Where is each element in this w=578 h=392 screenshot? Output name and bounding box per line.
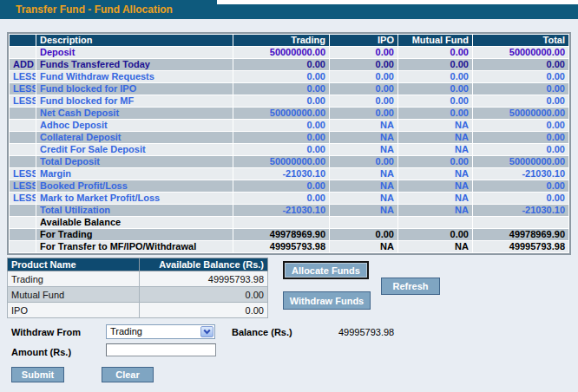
cell-trading: 50000000.00 xyxy=(233,47,329,58)
row-description: Funds Transfered Today xyxy=(36,59,233,70)
product-row: Trading49995793.98 xyxy=(8,271,268,287)
cell-ipo: NA xyxy=(330,205,397,216)
row-description: Available Balance xyxy=(36,217,233,228)
amount-input[interactable] xyxy=(106,343,216,356)
table-row: LESSMark to Market Profit/Loss0.00NANA0.… xyxy=(10,193,568,204)
cell-mutual-fund: 0.00 xyxy=(398,229,472,240)
product-balance: 0.00 xyxy=(140,303,268,318)
table-row: For Trading49978969.900.000.0049978969.9… xyxy=(10,229,568,240)
withdraw-from-selected-value: Trading xyxy=(110,326,142,336)
table-row: For Transfer to MF/IPO/Withdrawal4999579… xyxy=(10,241,568,252)
cell-total: 0.00 xyxy=(473,132,568,143)
cell-total: 50000000.00 xyxy=(473,47,568,58)
cell-mutual-fund: NA xyxy=(398,205,472,216)
row-description: Total Deposit xyxy=(36,156,233,167)
product-row: Mutual Fund0.00 xyxy=(8,287,268,303)
row-description: Margin xyxy=(36,168,233,180)
product-balance: 49995793.98 xyxy=(140,271,268,287)
col-header-available-balance: Available Balance (Rs.) xyxy=(140,258,268,271)
row-description: Adhoc Deposit xyxy=(36,120,233,131)
allocate-funds-button[interactable]: Allocate Funds xyxy=(283,261,369,279)
row-description: For Trading xyxy=(36,229,233,240)
table-row: Collateral Deposit0.00NANA0.00 xyxy=(10,132,568,143)
cell-mutual-fund: 0.00 xyxy=(398,47,472,58)
header-notch xyxy=(217,0,578,4)
cell-ipo: 0.00 xyxy=(330,108,397,119)
col-header-ipo: IPO xyxy=(330,35,397,46)
row-description: Deposit xyxy=(36,47,233,58)
product-row: IPO0.00 xyxy=(8,303,268,318)
cell-total: 49978969.90 xyxy=(473,229,568,240)
cell-mutual-fund: 0.00 xyxy=(398,156,472,167)
cell-trading: 0.00 xyxy=(233,132,329,143)
title-bar: Transfer Fund - Fund Allocation xyxy=(0,0,578,19)
withdraw-from-select[interactable]: Trading xyxy=(106,324,215,339)
row-prefix xyxy=(10,229,36,240)
cell-ipo: 0.00 xyxy=(330,229,397,240)
table-row: Credit For Sale Deposit0.00NANA0.00 xyxy=(10,144,568,155)
cell-mutual-fund: NA xyxy=(398,132,472,143)
cell-total: 0.00 xyxy=(473,144,568,155)
fund-allocation-table: Description Trading IPO Mutual Fund Tota… xyxy=(7,32,571,255)
cell-ipo xyxy=(330,217,397,228)
cell-trading: 0.00 xyxy=(233,83,329,95)
cell-mutual-fund: NA xyxy=(398,120,472,131)
cell-total: -21030.10 xyxy=(473,168,568,180)
cell-mutual-fund: NA xyxy=(398,193,472,204)
submit-button[interactable]: Submit xyxy=(11,367,64,382)
row-prefix xyxy=(10,156,36,167)
row-description: Total Utilization xyxy=(36,205,233,216)
product-name: IPO xyxy=(8,303,140,318)
table-row: ADDFunds Transfered Today0.000.000.000.0… xyxy=(10,59,568,70)
cell-total: 0.00 xyxy=(473,83,568,95)
refresh-button[interactable]: Refresh xyxy=(381,278,440,295)
row-prefix xyxy=(10,205,36,216)
row-description: Net Cash Deposit xyxy=(36,108,233,119)
cell-ipo: NA xyxy=(330,144,397,155)
withdraw-funds-button[interactable]: Withdraw Funds xyxy=(283,291,371,310)
cell-total: 0.00 xyxy=(473,180,568,192)
row-prefix xyxy=(10,120,36,131)
cell-mutual-fund: 0.00 xyxy=(398,83,472,95)
row-prefix: ADD xyxy=(10,59,36,70)
table-row: LESSFund Withdraw Requests0.000.000.000.… xyxy=(10,71,568,82)
cell-trading: 50000000.00 xyxy=(233,108,329,119)
row-prefix xyxy=(10,241,36,252)
clear-button[interactable]: Clear xyxy=(102,367,154,382)
row-prefix: LESS xyxy=(10,83,36,95)
col-header-trading: Trading xyxy=(233,35,329,46)
cell-total xyxy=(473,217,568,228)
col-header-mutual-fund: Mutual Fund xyxy=(398,35,472,46)
cell-total: 0.00 xyxy=(473,59,568,70)
cell-trading: 50000000.00 xyxy=(233,156,329,167)
cell-total: 0.00 xyxy=(473,120,568,131)
cell-ipo: NA xyxy=(330,180,397,192)
cell-total: 49995793.98 xyxy=(473,241,568,252)
page-title: Transfer Fund - Fund Allocation xyxy=(16,3,173,16)
product-name: Mutual Fund xyxy=(8,287,140,303)
cell-ipo: NA xyxy=(330,193,397,204)
row-prefix: LESS xyxy=(10,180,36,192)
row-description: Fund Withdraw Requests xyxy=(36,71,233,82)
cell-mutual-fund: 0.00 xyxy=(398,108,472,119)
cell-ipo: 0.00 xyxy=(330,59,397,70)
cell-mutual-fund: NA xyxy=(398,180,472,192)
row-prefix xyxy=(10,47,36,58)
cell-ipo: 0.00 xyxy=(330,95,397,107)
cell-ipo: NA xyxy=(330,168,397,180)
cell-total: 50000000.00 xyxy=(473,108,568,119)
row-prefix: LESS xyxy=(10,193,36,204)
cell-trading: 0.00 xyxy=(233,144,329,155)
row-prefix: LESS xyxy=(10,95,36,107)
fund-allocation-page: Transfer Fund - Fund Allocation Descript… xyxy=(0,0,578,392)
row-prefix xyxy=(10,217,36,228)
table-row: LESSFund blocked for MF0.000.000.000.00 xyxy=(10,95,568,107)
row-prefix: LESS xyxy=(10,71,36,82)
cell-trading: 0.00 xyxy=(233,59,329,70)
row-description: Fund blocked for MF xyxy=(36,95,233,107)
withdraw-from-label: Withdraw From xyxy=(11,327,81,337)
balance-label: Balance (Rs.) xyxy=(232,327,292,337)
row-prefix xyxy=(10,144,36,155)
chevron-down-icon[interactable] xyxy=(200,326,213,337)
row-prefix: LESS xyxy=(10,168,36,180)
